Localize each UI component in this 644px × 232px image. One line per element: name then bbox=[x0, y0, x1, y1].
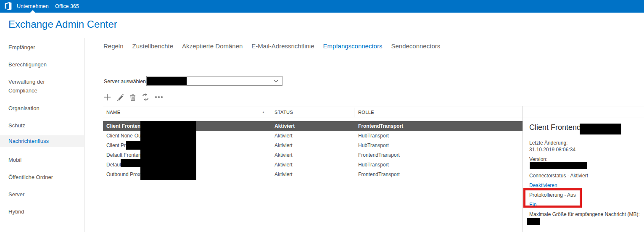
last-change-value: 31.10.2019 08:06:34 bbox=[529, 147, 575, 153]
sidebar-item-oeffentliche-ordner[interactable]: Öffentliche Ordner bbox=[8, 173, 63, 182]
sort-ascending-icon: ▲ bbox=[262, 106, 265, 118]
sidebar-item-server[interactable]: Server bbox=[8, 190, 63, 199]
logging-status-text: Protokollierung - Aus bbox=[529, 192, 576, 198]
tab-sendeconnectors[interactable]: Sendeconnectors bbox=[391, 42, 440, 50]
cell-status: Aktiviert bbox=[274, 131, 293, 141]
tab-email-adressrichtlinie[interactable]: E-Mail-Adressrichtlinie bbox=[251, 42, 314, 50]
details-panel-divider bbox=[523, 106, 523, 232]
deactivate-link[interactable]: Deaktivieren bbox=[529, 182, 557, 188]
cell-status: Aktiviert bbox=[274, 150, 293, 160]
redacted-block bbox=[126, 141, 140, 150]
sidebar-item-hybrid[interactable]: Hybrid bbox=[8, 207, 63, 216]
cell-role: FrontendTransport bbox=[358, 150, 400, 160]
max-message-size-label: Maximale Größe für empfangene Nachricht … bbox=[529, 211, 640, 218]
sidebar-item-organisation[interactable]: Organisation bbox=[8, 104, 63, 113]
chevron-down-icon bbox=[274, 80, 278, 83]
active-tab-caret bbox=[30, 10, 35, 13]
column-header-status[interactable]: STATUS bbox=[274, 106, 293, 118]
redacted-block bbox=[580, 124, 621, 134]
redacted-block bbox=[527, 218, 540, 225]
cell-role: FrontendTransport bbox=[358, 121, 403, 131]
cell-role: HubTransport bbox=[358, 141, 389, 150]
sidebar-item-berechtigungen[interactable]: Berechtigungen bbox=[8, 60, 63, 69]
server-select-label: Server auswählen: bbox=[104, 79, 148, 84]
cell-role: HubTransport bbox=[358, 160, 389, 170]
page-title: Exchange Admin Center bbox=[8, 18, 117, 30]
sidebar-item-empfaenger[interactable]: Empfänger bbox=[8, 43, 63, 52]
redacted-block bbox=[121, 159, 140, 167]
cell-status: Aktiviert bbox=[274, 121, 295, 131]
tab-zustellberichte[interactable]: Zustellberichte bbox=[132, 42, 174, 50]
last-change-label: Letzte Änderung: bbox=[529, 140, 567, 146]
sidebar-item-nachrichtenfluss[interactable]: Nachrichtenfluss bbox=[8, 137, 63, 145]
tab-regeln[interactable]: Regeln bbox=[103, 42, 124, 50]
details-title: Client Frontend bbox=[529, 123, 581, 132]
delete-icon[interactable] bbox=[129, 93, 136, 101]
cell-role: HubTransport bbox=[358, 131, 389, 141]
sidebar-divider bbox=[84, 38, 84, 232]
column-divider bbox=[270, 108, 270, 117]
cell-status: Aktiviert bbox=[274, 141, 293, 150]
cell-name: Client None-Out bbox=[106, 131, 143, 141]
cell-role: FrontendTransport bbox=[358, 170, 400, 179]
refresh-icon[interactable] bbox=[142, 93, 149, 101]
redacted-block bbox=[530, 162, 587, 169]
connector-toolbar bbox=[103, 92, 163, 102]
exchange-admin-center-window: Unternehmen Office 365 Exchange Admin Ce… bbox=[0, 0, 644, 232]
cell-name: Client Frontend bbox=[106, 121, 144, 131]
cell-status: Aktiviert bbox=[274, 170, 293, 179]
sidebar-item-mobil[interactable]: Mobil bbox=[8, 156, 63, 164]
tab-akzeptierte-domaenen[interactable]: Akzeptierte Domänen bbox=[182, 42, 243, 50]
connector-status-text: Connectorstatus - Aktiviert bbox=[529, 173, 588, 179]
cell-name: Outbound Proxy bbox=[106, 170, 143, 179]
topbar-tab-office365[interactable]: Office 365 bbox=[55, 0, 79, 13]
redacted-block bbox=[140, 121, 196, 180]
tab-empfangsconnectors[interactable]: Empfangsconnectors bbox=[323, 42, 383, 50]
cell-status: Aktiviert bbox=[274, 160, 293, 170]
edit-icon[interactable] bbox=[116, 93, 124, 101]
column-header-rolle[interactable]: ROLLE bbox=[358, 106, 374, 118]
office-logo-icon bbox=[4, 2, 13, 11]
logging-enable-link[interactable]: Ein bbox=[529, 202, 536, 208]
cell-name: Default Frontend bbox=[106, 150, 144, 160]
office-top-bar: Unternehmen Office 365 bbox=[0, 0, 644, 13]
table-header: NAME ▲ STATUS ROLLE bbox=[103, 106, 644, 118]
column-header-name[interactable]: NAME bbox=[106, 106, 120, 118]
redacted-block bbox=[147, 77, 187, 85]
column-divider bbox=[354, 108, 354, 117]
message-flow-tabs: Regeln Zustellberichte Akzeptierte Domän… bbox=[103, 42, 440, 50]
more-options-icon[interactable] bbox=[155, 96, 163, 98]
sidebar-item-verwaltung-der-compliance[interactable]: Verwaltung der Compliance bbox=[8, 77, 63, 95]
add-icon[interactable] bbox=[103, 93, 111, 101]
cell-name: Default bbox=[106, 160, 122, 170]
sidebar-item-schutz[interactable]: Schutz bbox=[8, 121, 63, 130]
